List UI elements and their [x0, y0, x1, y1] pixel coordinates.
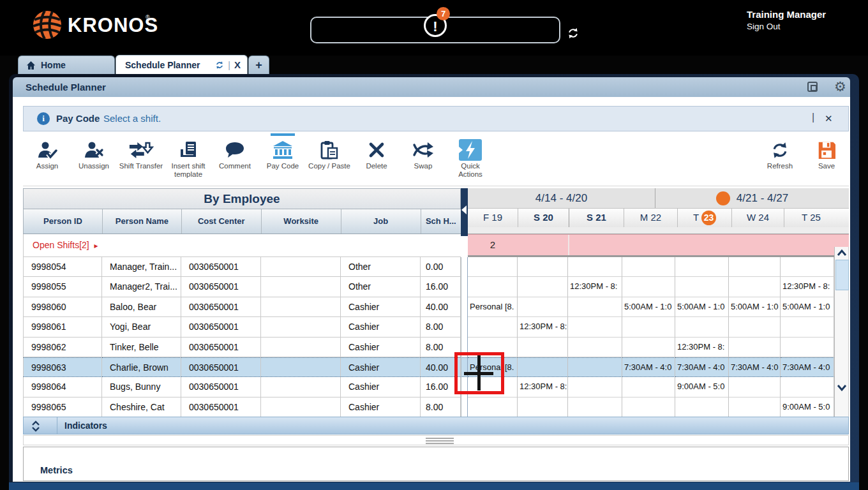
scroll-down-icon[interactable] [837, 384, 847, 392]
shift-cell-s20[interactable] [518, 357, 568, 377]
shift-cell-s21[interactable]: 12:30PM - 8: [568, 277, 622, 297]
shift-cell-m22[interactable] [622, 257, 675, 277]
tab-add-button[interactable]: + [248, 56, 269, 74]
quick-actions-button[interactable]: Quick Actions [450, 138, 491, 179]
table-row[interactable]: 9998060 Baloo, Bear 0030650001 Cashier 4… [23, 297, 834, 317]
swap-button[interactable]: Swap [403, 138, 444, 170]
shift-cell-f19[interactable] [468, 257, 518, 277]
shift-cell-t23[interactable]: 7:30AM - 4:0 [675, 357, 729, 377]
shift-cell-s20[interactable] [518, 277, 568, 297]
shift-cell-t25[interactable] [781, 338, 834, 357]
drag-handle-icon[interactable] [426, 438, 454, 444]
shift-transfer-button[interactable]: Shift Transfer [118, 138, 164, 170]
shift-cell-s20[interactable] [518, 397, 568, 417]
shift-cell-s21[interactable] [568, 377, 622, 397]
shift-cell-m22[interactable] [622, 277, 675, 297]
table-row[interactable]: 9998054 Manager, Train... 0030650001 Oth… [23, 257, 834, 277]
table-row[interactable]: 9998065 Cheshire, Cat 0030650001 Cashier… [23, 397, 834, 417]
tab-close-button[interactable]: X [234, 59, 241, 70]
open-shifts-row-label[interactable]: Open Shifts[2] ▸ [23, 234, 461, 257]
table-row[interactable]: 9998063 Charlie, Brown 0030650001 Cashie… [23, 357, 834, 377]
column-header-worksite[interactable]: Worksite [262, 209, 341, 234]
shift-cell-t23[interactable]: 5:00AM - 1:0 [675, 297, 729, 317]
table-row[interactable]: 9998055 Manager2, Trai... 0030650001 Oth… [23, 277, 834, 297]
shift-cell-m22[interactable] [622, 377, 675, 397]
shift-cell-s20[interactable] [518, 297, 568, 317]
shift-cell-s21[interactable] [568, 357, 622, 377]
day-header-f19[interactable]: F 19 [468, 209, 518, 227]
shift-cell-s20[interactable] [518, 257, 568, 277]
shift-cell-m22[interactable] [622, 338, 675, 357]
shift-cell-w24[interactable]: 5:00AM - 1:0 [729, 297, 781, 317]
refresh-button[interactable]: Refresh [758, 138, 802, 170]
shift-cell-t23[interactable] [675, 397, 729, 417]
column-header-cost-center[interactable]: Cost Center [182, 209, 262, 234]
shift-cell-w24[interactable] [729, 338, 781, 357]
shift-cell-m22[interactable] [622, 317, 675, 337]
day-header-t23-today[interactable]: T 23 [678, 209, 732, 227]
column-header-person-id[interactable]: Person ID [24, 209, 103, 234]
gear-icon[interactable]: ⚙ [834, 80, 846, 93]
tab-refresh-icon[interactable] [215, 61, 224, 70]
shift-cell-s21[interactable] [568, 297, 622, 317]
shift-cell-w24[interactable] [729, 377, 781, 397]
shift-cell-t25[interactable]: 7:30AM - 4:0 [781, 357, 834, 377]
panel-resize-strip[interactable] [23, 435, 849, 445]
shift-cell-f19[interactable] [468, 277, 518, 297]
shift-cell-w24[interactable] [729, 277, 781, 297]
indicators-expander-icon[interactable] [31, 420, 40, 433]
save-button[interactable]: Save [807, 138, 846, 170]
shift-cell-w24[interactable] [729, 257, 781, 277]
column-header-sch-hours[interactable]: Sch H... [421, 209, 461, 234]
open-shifts-expand-arrow-icon[interactable]: ▸ [94, 241, 98, 250]
day-header-w24[interactable]: W 24 [732, 209, 784, 227]
shift-cell-t23[interactable]: 9:00AM - 5:0 [675, 377, 729, 397]
sign-out-link[interactable]: Sign Out [747, 22, 781, 31]
pay-code-button[interactable]: Pay Code [260, 138, 305, 170]
shift-cell-m22[interactable] [622, 397, 675, 417]
shift-cell-t25[interactable] [781, 257, 834, 277]
day-header-m22[interactable]: M 22 [624, 209, 678, 227]
day-header-s21[interactable]: S 21 [569, 209, 624, 227]
open-shifts-cells[interactable]: 2 [468, 234, 849, 257]
column-header-person-name[interactable]: Person Name [103, 209, 182, 234]
pane-splitter[interactable] [461, 188, 468, 236]
info-bar-close-button[interactable]: ✕ [825, 113, 833, 124]
column-header-job[interactable]: Job [341, 209, 421, 234]
table-row[interactable]: 9998061 Yogi, Bear 0030650001 Cashier 8.… [23, 317, 834, 337]
maximize-icon[interactable] [807, 82, 818, 92]
shift-cell-t25[interactable] [781, 317, 834, 337]
delete-button[interactable]: Delete [355, 138, 398, 170]
shift-cell-s20[interactable]: 12:30PM - 8: [518, 377, 568, 397]
indicators-bar[interactable]: Indicators [23, 417, 849, 434]
shift-cell-f19[interactable]: Personal [8. [468, 297, 518, 317]
shift-cell-t23[interactable] [675, 317, 729, 337]
shift-cell-t23[interactable] [675, 257, 729, 277]
copy-paste-button[interactable]: Copy / Paste [302, 138, 357, 170]
shift-cell-w24[interactable] [729, 317, 781, 337]
shift-cell-m22[interactable]: 5:00AM - 1:0 [622, 297, 675, 317]
tab-home[interactable]: Home [18, 56, 115, 74]
scroll-up-icon[interactable] [837, 249, 847, 256]
tab-schedule-planner[interactable]: Schedule Planner | X [116, 55, 248, 74]
shift-cell-s20[interactable] [518, 338, 568, 357]
assign-button[interactable]: Assign [26, 138, 69, 170]
shift-cell-w24[interactable]: 7:30AM - 4:0 [729, 357, 781, 377]
open-shift-count-cell[interactable]: 2 [468, 235, 518, 255]
shift-cell-t23[interactable]: 12:30PM - 8: [675, 338, 729, 357]
shift-cell-s20[interactable]: 12:30PM - 8: [518, 317, 568, 337]
shift-cell-t25[interactable] [781, 377, 834, 397]
shift-cell-t25[interactable]: 12:30PM - 8: [781, 277, 834, 297]
insert-shift-template-button[interactable]: Insert shift template [161, 138, 215, 179]
shift-cell-w24[interactable] [729, 397, 781, 417]
table-row[interactable]: 9998062 Tinker, Belle 0030650001 Cashier… [23, 338, 834, 357]
shift-cell-m22[interactable]: 7:30AM - 4:0 [622, 357, 675, 377]
day-header-s20[interactable]: S 20 [518, 209, 569, 227]
shift-cell-t23[interactable] [675, 277, 729, 297]
shift-cell-f19[interactable] [468, 317, 518, 337]
vertical-scrollbar[interactable] [834, 247, 849, 417]
comment-button[interactable]: Comment [211, 138, 259, 170]
shift-cell-t25[interactable]: 9:00AM - 5:0 [781, 397, 834, 417]
shift-cell-s21[interactable] [568, 257, 622, 277]
table-row[interactable]: 9998064 Bugs, Bunny 0030650001 Cashier 1… [23, 377, 834, 397]
